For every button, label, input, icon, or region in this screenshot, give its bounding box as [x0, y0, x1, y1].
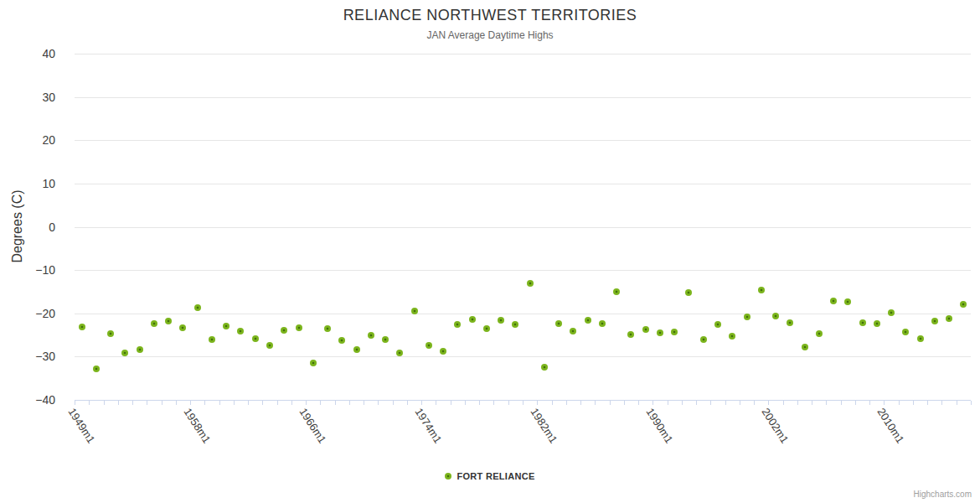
data-point[interactable]: [685, 289, 692, 296]
data-point[interactable]: [657, 329, 663, 336]
data-point[interactable]: [772, 313, 779, 319]
x-axis-label: 1966m1: [297, 406, 328, 446]
x-axis-tick: [941, 401, 942, 405]
data-point[interactable]: [266, 342, 273, 349]
data-point[interactable]: [223, 323, 230, 329]
data-point[interactable]: [787, 319, 793, 326]
data-point[interactable]: [324, 325, 331, 332]
data-point[interactable]: [874, 320, 880, 327]
y-axis-label: 20: [13, 134, 55, 147]
x-axis-tick: [725, 401, 726, 405]
data-point[interactable]: [830, 298, 837, 304]
gridline: [75, 270, 971, 271]
data-point[interactable]: [570, 328, 576, 334]
data-point[interactable]: [194, 304, 201, 311]
data-point[interactable]: [960, 301, 967, 308]
data-point[interactable]: [121, 350, 128, 356]
data-point[interactable]: [179, 324, 186, 331]
x-axis-tick: [566, 401, 567, 405]
data-point[interactable]: [498, 317, 504, 324]
x-axis-tick: [204, 401, 205, 405]
data-point[interactable]: [252, 335, 259, 342]
data-point[interactable]: [555, 320, 562, 327]
data-point[interactable]: [483, 325, 490, 332]
data-point[interactable]: [700, 336, 707, 343]
series-marker-icon: [445, 473, 451, 480]
legend-series-label: FORT RELIANCE: [456, 471, 534, 481]
data-point[interactable]: [599, 320, 606, 327]
data-point[interactable]: [512, 321, 518, 328]
data-point[interactable]: [744, 314, 750, 320]
data-point[interactable]: [396, 350, 403, 356]
data-point[interactable]: [79, 324, 85, 330]
data-point[interactable]: [338, 337, 345, 344]
data-point[interactable]: [281, 327, 287, 334]
data-point[interactable]: [844, 298, 851, 305]
x-axis-tick: [465, 401, 466, 405]
data-point[interactable]: [671, 329, 678, 335]
data-point[interactable]: [931, 318, 938, 324]
x-axis-tick: [262, 401, 263, 405]
x-axis-tick: [234, 401, 235, 405]
data-point[interactable]: [426, 342, 432, 349]
chart-title: RELIANCE NORTHWEST TERRITORIES: [0, 7, 980, 24]
data-point[interactable]: [527, 280, 534, 287]
data-point[interactable]: [859, 319, 866, 326]
x-axis-tick: [580, 401, 581, 405]
data-point[interactable]: [729, 333, 735, 340]
data-point[interactable]: [353, 346, 360, 353]
x-axis-tick: [248, 401, 249, 405]
credits-link[interactable]: Highcharts.com: [914, 490, 972, 499]
data-point[interactable]: [802, 344, 808, 350]
y-axis-label: −20: [13, 308, 55, 320]
data-point[interactable]: [368, 332, 374, 339]
x-axis-tick: [147, 401, 147, 405]
data-point[interactable]: [411, 308, 418, 314]
data-point[interactable]: [613, 288, 620, 295]
x-axis-tick: [162, 401, 162, 405]
legend-item-fort-reliance[interactable]: FORT RELIANCE: [0, 471, 980, 481]
y-axis-label: −10: [13, 264, 55, 277]
data-point[interactable]: [946, 315, 952, 322]
x-axis-label: 1974m1: [412, 406, 444, 446]
data-point[interactable]: [296, 324, 302, 331]
x-axis-tick: [291, 401, 292, 405]
data-point[interactable]: [469, 316, 476, 323]
data-point[interactable]: [585, 317, 591, 324]
data-point[interactable]: [310, 360, 317, 366]
data-point[interactable]: [541, 364, 548, 371]
data-point[interactable]: [642, 326, 649, 333]
x-axis-tick: [451, 401, 451, 405]
data-point[interactable]: [454, 321, 461, 328]
x-axis-tick: [682, 401, 683, 405]
data-point[interactable]: [209, 336, 215, 343]
gridline: [75, 184, 971, 184]
data-point[interactable]: [165, 318, 172, 324]
data-point[interactable]: [816, 330, 823, 337]
data-point[interactable]: [627, 331, 634, 338]
data-point[interactable]: [758, 287, 765, 293]
data-point[interactable]: [137, 346, 143, 353]
x-axis-tick: [783, 401, 784, 405]
x-axis-tick: [624, 401, 625, 405]
data-point[interactable]: [902, 329, 909, 335]
x-axis-tick: [552, 401, 553, 405]
gridline: [75, 227, 971, 228]
data-point[interactable]: [917, 335, 924, 342]
x-axis-tick: [652, 401, 653, 405]
x-axis-tick: [595, 401, 596, 405]
data-point[interactable]: [714, 321, 721, 328]
x-axis-tick: [320, 401, 321, 405]
x-axis-tick: [884, 401, 885, 405]
x-axis-tick: [104, 401, 105, 405]
data-point[interactable]: [151, 320, 157, 327]
gridline: [75, 314, 971, 314]
data-point[interactable]: [440, 348, 446, 355]
data-point[interactable]: [888, 309, 895, 316]
x-axis-tick: [335, 401, 336, 405]
data-point[interactable]: [93, 366, 100, 372]
x-axis-tick: [349, 401, 350, 405]
data-point[interactable]: [382, 336, 389, 343]
data-point[interactable]: [237, 328, 244, 334]
data-point[interactable]: [107, 330, 114, 337]
